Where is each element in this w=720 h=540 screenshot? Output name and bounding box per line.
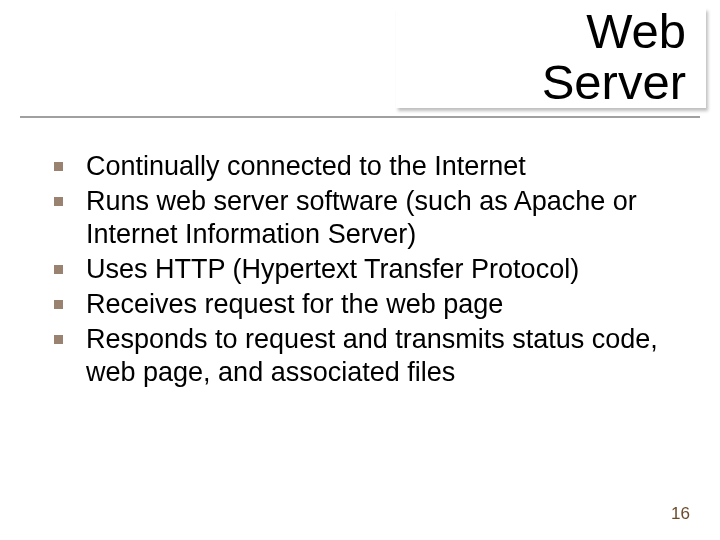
content-area: Continually connected to the Internet Ru…	[40, 150, 680, 391]
bullet-text: Runs web server software (such as Apache…	[86, 186, 637, 249]
bullet-square-icon	[54, 265, 63, 274]
bullet-text: Responds to request and transmits status…	[86, 324, 658, 387]
bullet-square-icon	[54, 300, 63, 309]
bullet-text: Uses HTTP (Hypertext Transfer Protocol)	[86, 254, 579, 284]
bullet-item: Continually connected to the Internet	[40, 150, 680, 183]
bullet-square-icon	[54, 197, 63, 206]
bullet-item: Responds to request and transmits status…	[40, 323, 680, 389]
bullet-list: Continually connected to the Internet Ru…	[40, 150, 680, 389]
bullet-square-icon	[54, 335, 63, 344]
title-line-2: Server	[542, 57, 686, 108]
bullet-text: Continually connected to the Internet	[86, 151, 526, 181]
bullet-square-icon	[54, 162, 63, 171]
bullet-item: Receives request for the web page	[40, 288, 680, 321]
page-number: 16	[671, 504, 690, 524]
slide: Web Server Continually connected to the …	[0, 0, 720, 540]
title-line-1: Web	[542, 6, 686, 57]
bullet-item: Runs web server software (such as Apache…	[40, 185, 680, 251]
title-underline	[20, 116, 700, 118]
slide-title: Web Server	[542, 6, 686, 109]
bullet-item: Uses HTTP (Hypertext Transfer Protocol)	[40, 253, 680, 286]
bullet-text: Receives request for the web page	[86, 289, 503, 319]
